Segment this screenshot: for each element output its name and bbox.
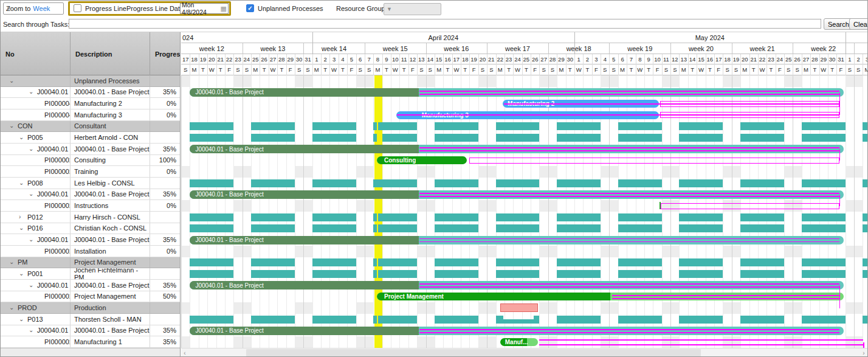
table-row[interactable]: ⌄J00040.01J00040.01 - Base Project35%: [1, 87, 180, 99]
resource-utilization-bar[interactable]: [618, 179, 662, 187]
table-row[interactable]: ⌄J00040.01J00040.01 - Base Project35%: [1, 234, 180, 246]
resource-utilization-bar[interactable]: [496, 179, 540, 187]
resource-utilization-bar[interactable]: [618, 122, 662, 130]
resource-utilization-bar[interactable]: [802, 258, 846, 266]
table-row[interactable]: ⌄CONConsultant: [1, 121, 180, 133]
resource-utilization-bar[interactable]: [802, 270, 846, 278]
table-row[interactable]: ⌄J00040.01J00040.01 - Base Project35%: [1, 189, 180, 201]
day-number-cell[interactable]: 26: [260, 54, 268, 64]
table-row[interactable]: ⌄P001Jochen Fichtelmann - PM: [1, 268, 180, 280]
resource-utilization-bar[interactable]: [251, 122, 295, 130]
chevron-expanded-icon[interactable]: ⌄: [19, 316, 24, 322]
day-number-cell[interactable]: 21: [487, 54, 495, 64]
resource-utilization-bar[interactable]: [802, 316, 846, 324]
resource-utilization-bar[interactable]: [802, 134, 846, 142]
resource-utilization-bar[interactable]: [503, 319, 534, 324]
day-number-cell[interactable]: 20: [207, 54, 216, 64]
resource-utilization-bar[interactable]: [679, 122, 723, 130]
scroll-left-arrow-icon[interactable]: ‹: [181, 348, 188, 356]
resource-utilization-bar[interactable]: [435, 316, 478, 324]
resource-utilization-bar[interactable]: [312, 122, 356, 130]
resource-utilization-bar[interactable]: [382, 134, 417, 142]
resource-utilization-bar[interactable]: [378, 258, 417, 266]
resource-utilization-bar[interactable]: [557, 122, 601, 130]
day-number-cell[interactable]: 11: [662, 54, 670, 64]
chevron-expanded-icon[interactable]: ⌄: [19, 270, 24, 277]
table-row[interactable]: ⌄P008Les Helbig - CONSL: [1, 178, 180, 189]
day-number-cell[interactable]: 1: [846, 54, 854, 64]
resource-utilization-bar[interactable]: [251, 179, 295, 187]
task-bar-green[interactable]: Consulting: [377, 156, 467, 164]
resource-utilization-bar[interactable]: [618, 213, 662, 221]
scroll-right-arrow-icon[interactable]: ›: [860, 348, 867, 356]
resource-utilization-bar[interactable]: [740, 213, 784, 221]
resource-utilization-bar[interactable]: [378, 224, 417, 232]
resource-utilization-bar[interactable]: [373, 224, 377, 232]
resource-utilization-bar[interactable]: [378, 270, 417, 278]
project-bar[interactable]: J00040.01 - Base Project: [190, 145, 843, 153]
day-number-cell[interactable]: 10: [391, 54, 399, 64]
day-number-cell[interactable]: 17: [714, 54, 723, 64]
day-number-cell[interactable]: 28: [548, 54, 557, 64]
resource-utilization-bar[interactable]: [740, 122, 784, 130]
resource-utilization-bar[interactable]: [679, 258, 723, 266]
resource-utilization-bar[interactable]: [496, 213, 540, 221]
resource-utilization-bar[interactable]: [557, 316, 601, 324]
day-number-cell[interactable]: 13: [679, 54, 687, 64]
chevron-expanded-icon[interactable]: ⌄: [9, 123, 14, 130]
resource-utilization-bar[interactable]: [557, 224, 601, 232]
resource-utilization-bar[interactable]: [863, 224, 867, 232]
day-number-cell[interactable]: 29: [819, 54, 828, 64]
day-number-cell[interactable]: 25: [784, 54, 793, 64]
chevron-expanded-icon[interactable]: ⌄: [19, 225, 24, 232]
resource-utilization-bar[interactable]: [190, 213, 233, 221]
day-number-cell[interactable]: 3: [592, 54, 601, 64]
day-number-cell[interactable]: 2: [321, 54, 329, 64]
day-number-cell[interactable]: 30: [828, 54, 836, 64]
chevron-expanded-icon[interactable]: ⌄: [19, 179, 24, 186]
day-number-cell[interactable]: 14: [688, 54, 697, 64]
table-row[interactable]: PI0000024Consulting100%: [1, 155, 180, 167]
resource-utilization-bar[interactable]: [312, 270, 356, 278]
day-number-cell[interactable]: 27: [539, 54, 548, 64]
chevron-expanded-icon[interactable]: ⌄: [29, 327, 33, 334]
table-row[interactable]: ⌄PRODProduction: [1, 302, 180, 314]
day-number-cell[interactable]: 6: [356, 54, 365, 64]
day-number-cell[interactable]: 18: [461, 54, 469, 64]
day-number-cell[interactable]: 1: [574, 54, 583, 64]
table-row[interactable]: ⌄J00040.01J00040.01 - Base Project35%: [1, 144, 180, 155]
resource-utilization-bar[interactable]: [740, 258, 784, 266]
table-row[interactable]: PI0000025Manufacturing 135%: [1, 336, 180, 348]
week-header-cell[interactable]: week 19: [609, 43, 670, 54]
resource-utilization-bar[interactable]: [679, 179, 723, 187]
resource-utilization-bar[interactable]: [373, 122, 377, 130]
resource-utilization-bar[interactable]: [435, 258, 478, 266]
resource-utilization-bar[interactable]: [740, 316, 784, 324]
day-number-cell[interactable]: 26: [531, 54, 539, 64]
day-number-cell[interactable]: 23: [233, 54, 242, 64]
resource-utilization-bar[interactable]: [312, 224, 356, 232]
day-number-cell[interactable]: 25: [522, 54, 531, 64]
resource-utilization-bar[interactable]: [435, 213, 478, 221]
resource-utilization-bar[interactable]: [190, 270, 233, 278]
resource-utilization-bar[interactable]: [435, 122, 478, 130]
table-row[interactable]: ⌄P016Christian Koch - CONSL: [1, 223, 180, 235]
day-number-cell[interactable]: 18: [190, 54, 198, 64]
resource-utilization-bar[interactable]: [863, 122, 867, 130]
day-number-cell[interactable]: 23: [766, 54, 775, 64]
resource-utilization-bar[interactable]: [312, 213, 356, 221]
resource-utilization-bar[interactable]: [679, 213, 723, 221]
resource-utilization-bar[interactable]: [190, 122, 233, 130]
day-number-cell[interactable]: 7: [365, 54, 373, 64]
day-number-cell[interactable]: 16: [706, 54, 714, 64]
day-number-cell[interactable]: 12: [408, 54, 417, 64]
week-header-cell[interactable]: week 20: [670, 43, 732, 54]
project-bar[interactable]: J00040.01 - Base Project: [190, 327, 843, 335]
day-number-cell[interactable]: 9: [644, 54, 653, 64]
resource-utilization-bar[interactable]: [863, 134, 867, 142]
month-header-cell[interactable]: May 2024: [574, 32, 846, 43]
day-number-cell[interactable]: 2: [583, 54, 591, 64]
progress-line-checkbox[interactable]: [74, 4, 81, 12]
day-number-cell[interactable]: 2: [854, 54, 863, 64]
week-header-cell[interactable]: week 18: [548, 43, 610, 54]
